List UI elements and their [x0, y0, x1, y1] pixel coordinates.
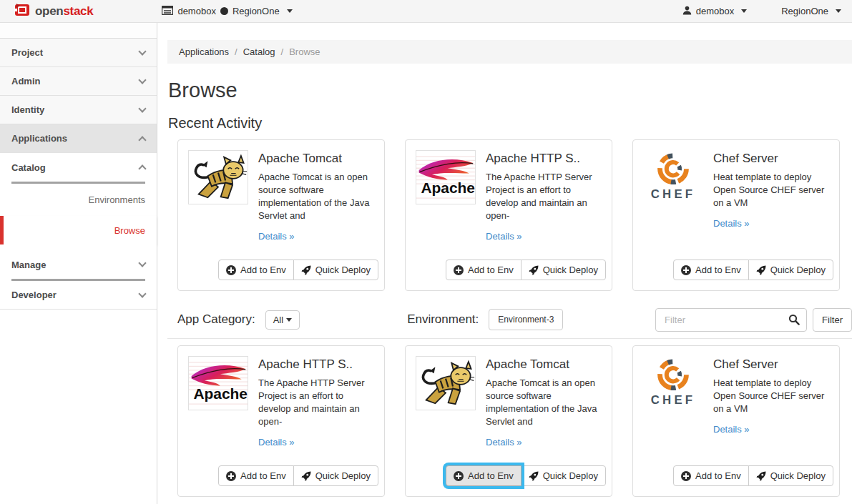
user-icon [682, 6, 692, 17]
app-description: Heat template to deploy Open Source CHEF… [713, 377, 829, 415]
app-description: The Apache HTTP Server Project is an eff… [486, 171, 602, 222]
switcher-project-name: demobox [177, 6, 215, 16]
rocket-icon [529, 265, 539, 275]
details-link[interactable]: Details » [713, 424, 750, 435]
quick-deploy-button[interactable]: Quick Deploy [293, 465, 378, 486]
quick-deploy-button[interactable]: Quick Deploy [293, 260, 378, 280]
add-to-env-button[interactable]: Add to Env [673, 465, 749, 486]
region-menu-label: RegionOne [781, 6, 828, 16]
svg-text:CHEF: CHEF [651, 187, 695, 201]
quick-deploy-button[interactable]: Quick Deploy [521, 465, 606, 486]
add-to-env-button[interactable]: Add to Env [673, 260, 749, 280]
breadcrumb-catalog[interactable]: Catalog [243, 46, 275, 57]
app-title: Chef Server [713, 357, 829, 372]
tomcat-logo-icon [188, 150, 248, 204]
sidebar-item-admin[interactable]: Admin [0, 67, 157, 96]
environment-label: Environment: [407, 312, 479, 327]
app-description: The Apache HTTP Server Project is an eff… [258, 377, 374, 428]
app-title: Apache HTTP S.. [486, 152, 602, 166]
quick-deploy-button[interactable]: Quick Deploy [748, 465, 833, 486]
sidebar-item-manage[interactable]: Manage [0, 250, 157, 279]
app-category-label: App Category: [177, 312, 255, 327]
app-category-dropdown[interactable]: All [265, 310, 300, 330]
environment-select-button[interactable]: Environment-3 [489, 309, 563, 330]
add-to-env-button-highlighted[interactable]: Add to Env [446, 465, 522, 486]
chevron-up-icon [138, 136, 146, 144]
filter-button[interactable]: Filter [813, 308, 852, 332]
sidebar-gap [0, 244, 157, 250]
sidebar-item-catalog[interactable]: Catalog [0, 153, 157, 182]
quick-deploy-button[interactable]: Quick Deploy [521, 260, 606, 280]
rocket-icon [756, 471, 766, 481]
app-title: Apache HTTP S.. [258, 357, 374, 372]
chef-logo-icon: CHEF [643, 150, 703, 204]
search-icon[interactable] [788, 314, 800, 328]
rocket-icon [301, 471, 311, 481]
openstack-cube-icon [14, 3, 30, 20]
rocket-icon [756, 265, 766, 275]
chef-logo-icon: CHEF [643, 356, 703, 410]
details-link[interactable]: Details » [258, 437, 295, 448]
quick-deploy-button[interactable]: Quick Deploy [748, 260, 833, 280]
sidebar-item-applications[interactable]: Applications [0, 124, 157, 153]
app-title: Apache Tomcat [258, 152, 374, 166]
sidebar-top-spacer [0, 23, 157, 39]
plus-circle-icon [454, 471, 464, 481]
rocket-icon [529, 471, 539, 481]
app-description: Apache Tomcat is an open source software… [486, 377, 602, 428]
app-card-chef: CHEF Chef Server Heat template to deploy… [632, 345, 840, 497]
sidebar-item-browse[interactable]: Browse [0, 216, 157, 244]
project-region-switcher[interactable]: demobox RegionOne [162, 6, 292, 17]
plus-circle-icon [454, 265, 464, 275]
app-card-tomcat: Apache Tomcat Apache Tomcat is an open s… [177, 139, 385, 291]
openstack-wordmark: openstack [35, 4, 93, 19]
breadcrumb: Applications / Catalog / Browse [167, 40, 852, 64]
add-to-env-button[interactable]: Add to Env [446, 260, 522, 280]
sidebar: Project Admin Identity Applications Cata… [0, 23, 157, 504]
chevron-down-icon [138, 47, 146, 55]
user-menu[interactable]: demobox [682, 6, 747, 17]
details-link[interactable]: Details » [486, 231, 522, 242]
plus-circle-icon [681, 265, 691, 275]
sidebar-item-developer[interactable]: Developer [0, 281, 157, 310]
app-card-apache: Apache Apache HTTP S.. The Apache HTTP S… [177, 345, 385, 497]
top-header: openstack demobox RegionOne demobox [0, 0, 852, 23]
filter-input[interactable] [655, 308, 807, 332]
chevron-down-icon [138, 259, 146, 267]
app-title: Chef Server [713, 152, 829, 166]
divider [167, 338, 852, 339]
caret-down-icon [287, 9, 293, 13]
user-menu-label: demobox [696, 6, 734, 16]
catalog-cards: Apache Apache HTTP S.. The Apache HTTP S… [167, 345, 852, 497]
openstack-logo[interactable]: openstack [14, 3, 93, 20]
app-card-tomcat: Apache Tomcat Apache Tomcat is an open s… [405, 345, 612, 497]
caret-down-icon [741, 9, 747, 13]
chevron-down-icon [138, 290, 146, 297]
region-menu[interactable]: RegionOne [781, 6, 841, 16]
sidebar-item-project[interactable]: Project [0, 39, 157, 67]
app-description: Apache Tomcat is an open source software… [258, 171, 374, 222]
details-link[interactable]: Details » [713, 218, 750, 229]
details-link[interactable]: Details » [258, 231, 295, 242]
apache-logo-icon: Apache [188, 356, 248, 410]
chevron-up-icon [138, 164, 146, 172]
chevron-down-icon [138, 104, 146, 112]
main-content: Applications / Catalog / Browse Browse R… [167, 40, 852, 497]
plus-circle-icon [226, 471, 236, 481]
recent-activity-cards: Apache Tomcat Apache Tomcat is an open s… [167, 139, 852, 291]
plus-circle-icon [681, 471, 691, 481]
details-link[interactable]: Details » [486, 437, 522, 448]
breadcrumb-browse: Browse [289, 46, 320, 57]
add-to-env-button[interactable]: Add to Env [218, 465, 294, 486]
svg-text:Apache: Apache [193, 385, 248, 402]
filter-search [655, 308, 807, 332]
add-to-env-button[interactable]: Add to Env [218, 260, 294, 280]
filter-row: App Category: All Environment: Environme… [167, 307, 852, 332]
sidebar-item-environments[interactable]: Environments [0, 184, 157, 216]
recent-activity-heading: Recent Activity [168, 115, 852, 132]
sidebar-item-identity[interactable]: Identity [0, 96, 157, 124]
caret-down-icon [836, 9, 841, 13]
breadcrumb-applications[interactable]: Applications [179, 46, 229, 57]
app-card-chef: CHEF Chef Server Heat template to deploy… [632, 139, 840, 291]
app-title: Apache Tomcat [486, 357, 602, 372]
